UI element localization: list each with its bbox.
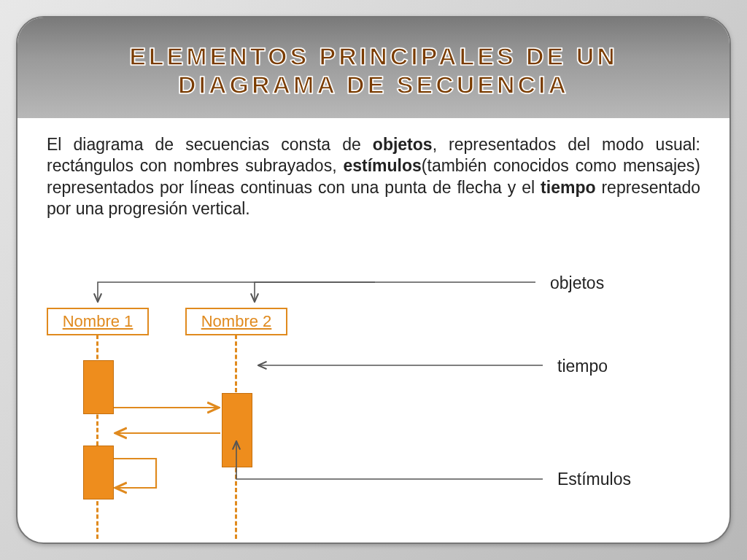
slide-title: ELEMENTOS PRINCIPALES DE UN DIAGRAMA DE … bbox=[39, 42, 708, 99]
object-box-1: Nombre 1 bbox=[47, 308, 149, 335]
object-box-2: Nombre 2 bbox=[185, 308, 287, 335]
activation-2 bbox=[222, 393, 252, 467]
label-time: tiempo bbox=[557, 357, 608, 376]
activation-1a bbox=[83, 360, 114, 414]
title-line-2: DIAGRAMA DE SECUENCIA bbox=[178, 71, 569, 98]
activation-1b bbox=[83, 446, 114, 499]
title-line-1: ELEMENTOS PRINCIPALES DE UN bbox=[129, 42, 618, 70]
body-paragraph: El diagrama de secuencias consta de obje… bbox=[18, 118, 729, 226]
pointer-objects-2 bbox=[255, 282, 375, 302]
self-message bbox=[114, 459, 156, 488]
label-stimuli: Estímulos bbox=[557, 470, 631, 489]
sequence-diagram: objetos tiempo Estímulos Nombre 1 Nombre… bbox=[47, 276, 700, 535]
pointer-objects-1 bbox=[98, 282, 535, 302]
pointer-stimuli bbox=[236, 441, 543, 479]
label-objects: objetos bbox=[550, 273, 604, 293]
title-bar: ELEMENTOS PRINCIPALES DE UN DIAGRAMA DE … bbox=[18, 18, 729, 118]
slide-frame: ELEMENTOS PRINCIPALES DE UN DIAGRAMA DE … bbox=[16, 16, 731, 544]
